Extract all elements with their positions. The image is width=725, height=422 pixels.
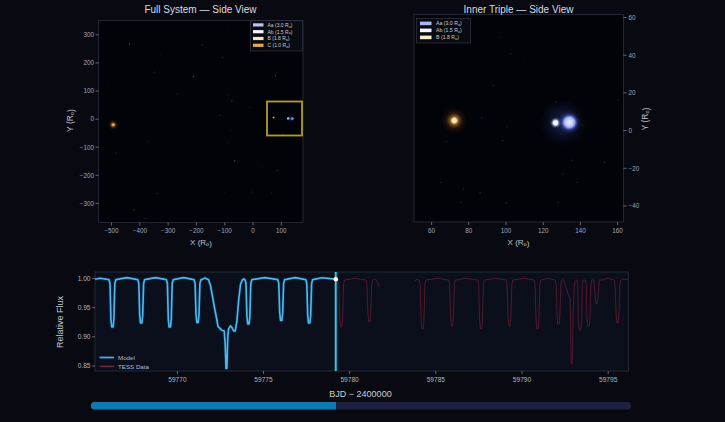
svg-text:60: 60	[629, 14, 637, 21]
svg-text:20: 20	[629, 89, 637, 96]
svg-text:100: 100	[83, 87, 94, 94]
svg-text:−20: −20	[629, 165, 640, 172]
svg-text:−500: −500	[104, 227, 119, 234]
svg-text:59785: 59785	[427, 376, 446, 383]
svg-text:59790: 59790	[513, 376, 532, 383]
svg-text:80: 80	[465, 227, 473, 234]
svg-text:−200: −200	[80, 172, 95, 179]
svg-text:Inner Triple — Side View: Inner Triple — Side View	[464, 4, 575, 15]
svg-text:0: 0	[629, 127, 633, 134]
svg-text:1.00: 1.00	[78, 275, 91, 282]
svg-text:100: 100	[501, 227, 512, 234]
svg-text:120: 120	[538, 227, 549, 234]
svg-text:200: 200	[83, 59, 94, 66]
svg-text:Model: Model	[118, 354, 135, 361]
svg-text:TESS Data: TESS Data	[118, 363, 150, 370]
svg-text:Y (Ro): Y (Ro)	[65, 109, 76, 132]
svg-text:140: 140	[575, 227, 586, 234]
svg-text:59795: 59795	[599, 376, 618, 383]
svg-text:100: 100	[276, 227, 287, 234]
svg-text:−400: −400	[133, 227, 148, 234]
svg-text:−40: −40	[629, 202, 640, 209]
svg-text:0: 0	[251, 227, 255, 234]
svg-text:59770: 59770	[168, 376, 187, 383]
svg-text:X (Ro): X (Ro)	[190, 238, 212, 248]
svg-text:0.95: 0.95	[78, 304, 91, 311]
svg-text:59775: 59775	[254, 376, 273, 383]
svg-text:0: 0	[90, 115, 94, 122]
svg-text:160: 160	[612, 227, 623, 234]
svg-text:60: 60	[428, 227, 436, 234]
svg-text:59780: 59780	[340, 376, 359, 383]
svg-text:Relative Flux: Relative Flux	[55, 295, 65, 348]
svg-text:0.85: 0.85	[78, 362, 91, 369]
svg-text:−100: −100	[80, 144, 95, 151]
svg-text:−200: −200	[189, 227, 204, 234]
svg-text:40: 40	[629, 52, 637, 59]
svg-text:Full System — Side View: Full System — Side View	[144, 4, 257, 15]
svg-text:300: 300	[83, 31, 94, 38]
svg-text:−100: −100	[218, 227, 233, 234]
svg-text:Y (Ro): Y (Ro)	[640, 107, 651, 130]
svg-text:−300: −300	[161, 227, 176, 234]
svg-text:0.90: 0.90	[78, 333, 91, 340]
svg-text:X (Ro): X (Ro)	[508, 238, 530, 248]
svg-text:BJD − 2400000: BJD − 2400000	[329, 389, 391, 399]
svg-text:−300: −300	[80, 200, 95, 207]
